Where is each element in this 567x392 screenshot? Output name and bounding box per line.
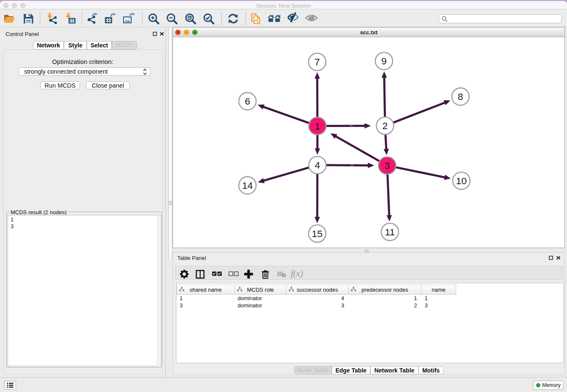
svg-text:6: 6: [245, 96, 250, 107]
svg-text:11: 11: [385, 226, 395, 237]
svg-text:10: 10: [456, 175, 467, 186]
svg-text:15: 15: [312, 228, 323, 239]
svg-text:3: 3: [385, 160, 390, 171]
svg-text:4: 4: [315, 160, 320, 171]
svg-text:14: 14: [242, 180, 253, 191]
svg-text:9: 9: [381, 55, 387, 66]
svg-text:7: 7: [314, 56, 320, 67]
svg-text:1: 1: [315, 121, 320, 132]
svg-text:8: 8: [458, 91, 463, 102]
svg-text:2: 2: [383, 120, 388, 131]
